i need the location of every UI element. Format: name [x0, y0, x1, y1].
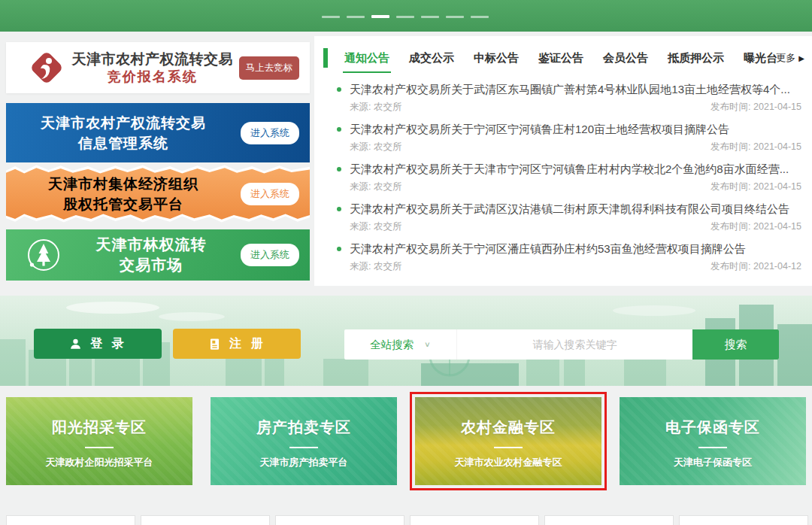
tab-member[interactable]: 会员公告: [603, 51, 648, 65]
zone-title: 阳光招采专区: [52, 417, 147, 438]
go-bid-button[interactable]: 马上去竞标: [239, 56, 300, 80]
search-button[interactable]: 搜索: [692, 329, 779, 360]
announcement-link[interactable]: 天津农村产权交易所关于宁河区宁河镇鲁庄村120亩土地经营权项目摘牌公告: [337, 120, 801, 139]
announcement-title: 天津农村产权交易所关于宁河区潘庄镇西孙庄村约53亩鱼池经营权项目摘牌公告: [350, 242, 746, 256]
quick-link-cell[interactable]: [544, 515, 674, 525]
announcement-title: 天津农村产权交易所关于宁河区宁河镇鲁庄村120亩土地经营权项目摘牌公告: [350, 123, 729, 137]
announcement-meta: 来源: 农交所 发布时间: 2021-04-15: [337, 99, 801, 114]
banner-line1: 天津市农村产权流转交易: [6, 113, 241, 133]
carousel-dash[interactable]: [421, 16, 439, 18]
id-card-icon: [208, 337, 222, 351]
banner-line2: 股权托管交易平台: [6, 194, 241, 214]
carousel-dash[interactable]: [322, 16, 340, 18]
list-item: 天津农村产权交易所关于天津市宁河区宁河镇鲁庄村村内学校北2个鱼池约8亩水面经营.…: [337, 159, 801, 199]
announcement-source: 来源: 农交所: [350, 101, 401, 114]
tab-attestation[interactable]: 鉴证公告: [538, 51, 583, 65]
carousel-dash[interactable]: [396, 16, 414, 18]
register-button[interactable]: 注 册: [173, 329, 301, 359]
search-scope-select[interactable]: 全站搜索 ∨: [344, 329, 457, 360]
login-label: 登 录: [90, 336, 126, 352]
more-arrow-icon: ▶: [798, 54, 804, 62]
zone-subtitle: 天津市房产拍卖平台: [260, 456, 348, 469]
bullet-icon: [337, 87, 341, 92]
zone-rural-finance[interactable]: 农村金融专区 天津市农业农村金融专区: [415, 397, 601, 485]
more-label: 更多: [776, 51, 795, 65]
tab-deal-publicity[interactable]: 成交公示: [409, 51, 454, 65]
banner-line1: 天津市村集体经济组织: [6, 174, 241, 194]
more-link[interactable]: 更多 ▶: [776, 51, 804, 65]
search-bar: 全站搜索 ∨ 搜索: [344, 329, 779, 360]
announcement-link[interactable]: 天津农村产权交易所关于宁河区潘庄镇西孙庄村约53亩鱼池经营权项目摘牌公告: [337, 239, 801, 259]
list-item: 天津农村产权交易所关于宁河区潘庄镇西孙庄村约53亩鱼池经营权项目摘牌公告 来源:…: [337, 239, 801, 279]
register-label: 注 册: [229, 336, 265, 352]
tab-pledge[interactable]: 抵质押公示: [668, 51, 724, 65]
zone-divider: [494, 447, 523, 448]
announcements-panel: 通知公告 成交公示 中标公告 鉴证公告 会员公告 抵质押公示 曝光台 更多 ▶ …: [314, 36, 812, 286]
quick-link-cell[interactable]: [410, 515, 539, 525]
enter-system-button[interactable]: 进入系统: [241, 183, 299, 205]
announcement-tabs: 通知公告 成交公示 中标公告 鉴证公告 会员公告 抵质押公示 曝光台: [344, 47, 744, 69]
zone-subtitle: 天津市农业农村金融专区: [455, 456, 562, 469]
site-subtitle: 竞价报名系统: [66, 68, 239, 86]
zone-divider: [698, 447, 727, 448]
tab-exposure[interactable]: 曝光台: [744, 51, 777, 65]
bullet-icon: [337, 127, 341, 132]
site-logo-icon: [27, 48, 66, 87]
announcement-title: 天津农村产权交易所关于天津市宁河区宁河镇鲁庄村村内学校北2个鱼池约8亩水面经营.…: [350, 162, 789, 177]
bidding-system-card: 天津市农村产权流转交易 竞价报名系统 马上去竞标: [6, 42, 310, 93]
zone-electronic-guarantee[interactable]: 电子保函专区 天津电子保函专区: [620, 397, 806, 485]
login-button[interactable]: 登 录: [34, 329, 162, 359]
zone-title: 房产拍卖专区: [256, 417, 351, 438]
equity-platform-banner[interactable]: 天津市村集体经济组织 股权托管交易平台 进入系统: [6, 166, 310, 221]
announcement-meta: 来源: 农交所 发布时间: 2021-04-15: [337, 219, 801, 234]
quick-link-cell[interactable]: [679, 515, 808, 525]
tree-icon: [26, 237, 62, 273]
bullet-icon: [337, 167, 341, 171]
announcement-link[interactable]: 天津农村产权交易所关于武清区东马圈镇广善村第4号林业队园地13亩土地经营权等4个…: [337, 80, 801, 99]
announcement-time: 发布时间: 2021-04-15: [710, 181, 801, 193]
tabs-accent-bar: [323, 48, 328, 68]
list-item: 天津农村产权交易所关于武清区东马圈镇广善村第4号林业队园地13亩土地经营权等4个…: [337, 80, 801, 120]
quick-link-cell[interactable]: [141, 515, 270, 525]
user-icon: [68, 337, 83, 351]
bidding-system-title: 天津市农村产权流转交易 竞价报名系统: [66, 50, 239, 85]
zone-title: 农村金融专区: [461, 417, 556, 438]
equity-platform-banner-face: 天津市村集体经济组织 股权托管交易平台 进入系统: [6, 166, 310, 221]
forest-rights-banner[interactable]: 天津市林权流转 交易市场 进入系统: [6, 229, 310, 281]
announcement-source: 来源: 农交所: [350, 260, 401, 273]
banner-line1: 天津市林权流转: [62, 235, 241, 255]
list-item: 天津农村产权交易所关于宁河区宁河镇鲁庄村120亩土地经营权项目摘牌公告 来源: …: [337, 120, 801, 159]
bullet-icon: [337, 207, 341, 211]
announcement-meta: 来源: 农交所 发布时间: 2021-04-15: [337, 139, 801, 154]
enter-system-button[interactable]: 进入系统: [241, 244, 299, 266]
equity-platform-banner-text: 天津市村集体经济组织 股权托管交易平台: [6, 174, 241, 214]
site-title: 天津市农村产权流转交易: [66, 50, 239, 68]
carousel-indicators: [322, 16, 489, 18]
banner-line2: 信息管理系统: [6, 133, 241, 153]
announcement-link[interactable]: 天津农村产权交易所关于武清区汉沽港镇二街村原天津凯得利科技有限公司项目终结公告: [337, 199, 801, 219]
carousel-dash-active[interactable]: [371, 15, 389, 18]
quick-link-cell[interactable]: [275, 515, 404, 525]
tab-winning-bid[interactable]: 中标公告: [474, 51, 519, 65]
announcement-time: 发布时间: 2021-04-15: [710, 220, 801, 233]
search-band: 登 录 注 册 全站搜索 ∨ 搜索: [0, 296, 812, 386]
banner-line2: 交易市场: [62, 255, 241, 275]
carousel-dash[interactable]: [446, 16, 464, 18]
homepage: 天津市农村产权流转交易 竞价报名系统 马上去竞标 天津市农村产权流转交易 信息管…: [0, 0, 812, 525]
zone-title: 电子保函专区: [665, 417, 760, 438]
zone-property-auction[interactable]: 房产拍卖专区 天津市房产拍卖平台: [211, 397, 397, 485]
info-management-banner-text: 天津市农村产权流转交易 信息管理系统: [6, 113, 241, 153]
quick-link-cell[interactable]: [6, 515, 135, 525]
announcement-title: 天津农村产权交易所关于武清区汉沽港镇二街村原天津凯得利科技有限公司项目终结公告: [350, 202, 789, 217]
zone-sunshine-procurement[interactable]: 阳光招采专区 天津政村企阳光招采平台: [6, 397, 192, 485]
announcement-link[interactable]: 天津农村产权交易所关于天津市宁河区宁河镇鲁庄村村内学校北2个鱼池约8亩水面经营.…: [337, 159, 801, 179]
carousel-dash[interactable]: [347, 16, 365, 18]
tab-notice[interactable]: 通知公告: [344, 51, 389, 65]
info-management-banner[interactable]: 天津市农村产权流转交易 信息管理系统 进入系统: [6, 103, 310, 162]
announcement-time: 发布时间: 2021-04-12: [710, 260, 801, 273]
carousel-dash[interactable]: [471, 16, 489, 18]
search-input[interactable]: [457, 329, 692, 360]
enter-system-button[interactable]: 进入系统: [241, 122, 299, 144]
announcement-time: 发布时间: 2021-04-15: [710, 101, 801, 114]
chevron-down-icon: ∨: [424, 340, 431, 348]
